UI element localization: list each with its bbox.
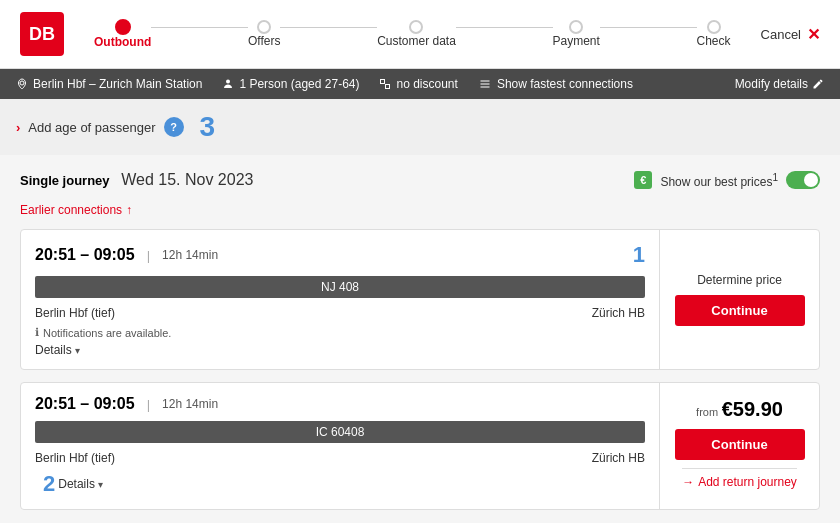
location-icon bbox=[16, 78, 28, 90]
chevron-right-icon: › bbox=[16, 120, 20, 135]
edit-icon bbox=[812, 78, 824, 90]
price-section-2: from €59.90 bbox=[696, 398, 783, 421]
best-prices-switch[interactable] bbox=[786, 171, 820, 189]
cancel-icon: ✕ bbox=[807, 25, 820, 44]
times-2: 20:51 – 09:05 bbox=[35, 395, 135, 413]
details-link-1[interactable]: Details ▾ bbox=[35, 343, 645, 357]
svg-rect-3 bbox=[386, 85, 390, 89]
to-station-2: Zürich HB bbox=[592, 451, 645, 465]
details-link-2[interactable]: 2 Details ▾ bbox=[35, 471, 645, 497]
time-row-1: 20:51 – 09:05 | 12h 14min 1 bbox=[35, 242, 645, 268]
step-label-outbound: Outbound bbox=[94, 35, 151, 49]
modify-details-button[interactable]: Modify details bbox=[735, 77, 824, 91]
determine-price-label: Determine price bbox=[697, 273, 782, 287]
continue-button-2[interactable]: Continue bbox=[675, 429, 805, 460]
add-return-link[interactable]: → Add return journey bbox=[682, 468, 797, 495]
journey-header: Single journey Wed 15. Nov 2023 € Show o… bbox=[20, 171, 820, 189]
connections-info: Show fastest connections bbox=[478, 77, 633, 91]
best-prices-icon: € bbox=[634, 171, 652, 189]
earlier-connections-link[interactable]: Earlier connections ↑ bbox=[20, 203, 820, 217]
db-logo: DB bbox=[20, 12, 64, 56]
card-left-1: 20:51 – 09:05 | 12h 14min 1 NJ 408 Berli… bbox=[21, 230, 659, 369]
step-label-customer: Customer data bbox=[377, 34, 456, 48]
journey-card-2: 20:51 – 09:05 | 12h 14min IC 60408 Berli… bbox=[20, 382, 820, 510]
step-label-check: Check bbox=[697, 34, 731, 48]
card-right-2: from €59.90 Continue → Add return journe… bbox=[659, 383, 819, 509]
svg-point-0 bbox=[20, 81, 24, 85]
svg-rect-2 bbox=[381, 80, 385, 84]
step-payment[interactable]: Payment bbox=[553, 20, 600, 48]
toggle-knob bbox=[804, 173, 818, 187]
step-line-2 bbox=[280, 27, 377, 28]
discount-info: no discount bbox=[379, 77, 457, 91]
from-station-1: Berlin Hbf (tief) bbox=[35, 306, 115, 320]
connection-number-1: 1 bbox=[633, 242, 645, 268]
age-help-badge[interactable]: ? bbox=[164, 117, 184, 137]
step-line-1 bbox=[151, 27, 248, 28]
time-row-2: 20:51 – 09:05 | 12h 14min bbox=[35, 395, 645, 413]
step-customer[interactable]: Customer data bbox=[377, 20, 456, 48]
train-bar-1: NJ 408 bbox=[35, 276, 645, 298]
from-station-2: Berlin Hbf (tief) bbox=[35, 451, 115, 465]
chevron-down-icon-1: ▾ bbox=[75, 345, 80, 356]
price-amount-2: €59.90 bbox=[722, 398, 783, 420]
journey-title: Single journey bbox=[20, 173, 110, 188]
duration-2: 12h 14min bbox=[162, 397, 218, 411]
age-step-number: 3 bbox=[200, 111, 216, 143]
step-offers[interactable]: Offers bbox=[248, 20, 280, 48]
connection-number-2: 2 bbox=[43, 471, 55, 497]
passenger-info: 1 Person (aged 27-64) bbox=[222, 77, 359, 91]
arrow-return-icon: → bbox=[682, 475, 694, 489]
stepper: Outbound Offers Customer data Payment bbox=[94, 19, 731, 49]
age-banner-text: Add age of passenger bbox=[28, 120, 155, 135]
notification-1: ℹ Notifications are available. bbox=[35, 326, 645, 339]
step-label-payment: Payment bbox=[553, 34, 600, 48]
earlier-connections-label: Earlier connections bbox=[20, 203, 122, 217]
stations-row-1: Berlin Hbf (tief) Zürich HB bbox=[35, 306, 645, 320]
to-station-1: Zürich HB bbox=[592, 306, 645, 320]
step-line-4 bbox=[600, 27, 697, 28]
discount-icon bbox=[379, 78, 391, 90]
person-icon bbox=[222, 78, 234, 90]
card-left-2: 20:51 – 09:05 | 12h 14min IC 60408 Berli… bbox=[21, 383, 659, 509]
step-circle-payment bbox=[569, 20, 583, 34]
info-icon-1: ℹ bbox=[35, 326, 39, 339]
journey-card-1: 20:51 – 09:05 | 12h 14min 1 NJ 408 Berli… bbox=[20, 229, 820, 370]
svg-point-1 bbox=[226, 80, 230, 84]
step-outbound[interactable]: Outbound bbox=[94, 19, 151, 49]
step-circle-offers bbox=[257, 20, 271, 34]
header: DB Outbound Offers Customer data bbox=[0, 0, 840, 69]
train-bar-2: IC 60408 bbox=[35, 421, 645, 443]
age-banner: › Add age of passenger ? 3 bbox=[0, 99, 840, 155]
step-line-3 bbox=[456, 27, 553, 28]
duration-1: 12h 14min bbox=[162, 248, 218, 262]
up-arrow-icon: ↑ bbox=[126, 203, 132, 217]
route-info: Berlin Hbf – Zurich Main Station bbox=[16, 77, 202, 91]
step-circle-customer bbox=[409, 20, 423, 34]
info-bar: Berlin Hbf – Zurich Main Station 1 Perso… bbox=[0, 69, 840, 99]
chevron-down-icon-2: ▾ bbox=[98, 479, 103, 490]
stations-row-2: Berlin Hbf (tief) Zürich HB bbox=[35, 451, 645, 465]
times-1: 20:51 – 09:05 bbox=[35, 246, 135, 264]
cancel-label: Cancel bbox=[761, 27, 801, 42]
step-check[interactable]: Check bbox=[697, 20, 731, 48]
connections-icon bbox=[478, 78, 492, 90]
continue-button-1[interactable]: Continue bbox=[675, 295, 805, 326]
step-label-offers: Offers bbox=[248, 34, 280, 48]
step-circle-check bbox=[707, 20, 721, 34]
best-prices-label: Show our best prices1 bbox=[660, 172, 778, 189]
best-prices-toggle[interactable]: € Show our best prices1 bbox=[634, 171, 820, 189]
main-content: Single journey Wed 15. Nov 2023 € Show o… bbox=[0, 155, 840, 523]
card-right-1: Determine price Continue bbox=[659, 230, 819, 369]
journey-title-row: Single journey Wed 15. Nov 2023 bbox=[20, 171, 253, 189]
step-circle-outbound bbox=[115, 19, 131, 35]
cancel-button[interactable]: Cancel ✕ bbox=[761, 25, 820, 44]
journey-date: Wed 15. Nov 2023 bbox=[121, 171, 253, 188]
